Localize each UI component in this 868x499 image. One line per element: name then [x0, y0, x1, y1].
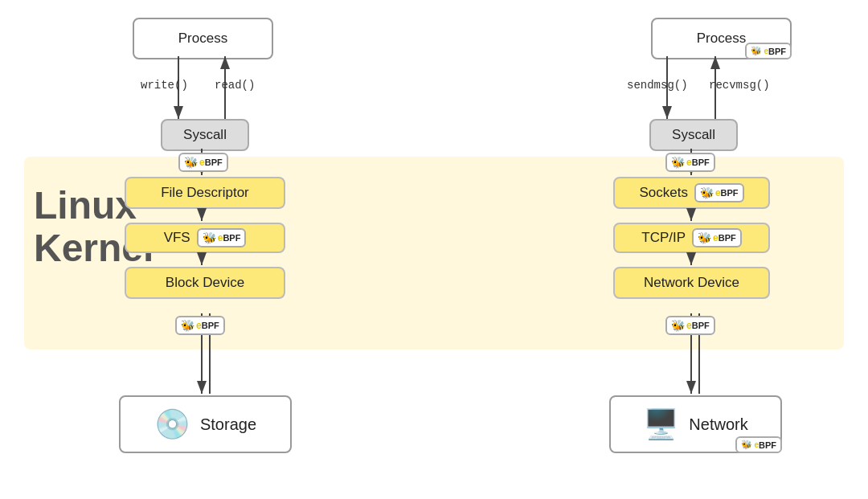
network-label: Network [689, 415, 747, 434]
network-box: 🖥️ Network 🐝 eBPF [609, 395, 782, 453]
block-device-label: Block Device [166, 275, 244, 291]
vfs-label: VFS [164, 230, 190, 246]
sendmsg-call-label: sendmsg() [627, 79, 688, 92]
right-process-box: Process 🐝 eBPF [651, 18, 792, 59]
sockets-box: Sockets 🐝 eBPF [613, 177, 770, 209]
network-icon: 🖥️ [643, 407, 679, 441]
left-syscall-ebpf: 🐝 eBPF [178, 153, 228, 172]
right-process-label: Process [697, 31, 746, 47]
left-process-box: Process [133, 18, 273, 59]
tcpip-box: TCP/IP 🐝 eBPF [613, 223, 770, 253]
network-device-box: Network Device [613, 267, 770, 299]
tcpip-label: TCP/IP [641, 230, 686, 246]
storage-icon: 💿 [154, 407, 190, 441]
right-syscall-box: Syscall [649, 119, 738, 151]
block-device-box: Block Device [125, 267, 285, 299]
left-syscall-box: Syscall [161, 119, 249, 151]
vfs-box: VFS 🐝 eBPF [125, 223, 285, 253]
read-call-label: read() [215, 79, 255, 92]
network-device-ebpf: 🐝 eBPF [665, 316, 715, 335]
left-syscall-label: Syscall [183, 127, 227, 143]
write-call-label: write() [141, 79, 188, 92]
block-device-ebpf: 🐝 eBPF [175, 316, 225, 335]
sockets-label: Sockets [639, 185, 687, 201]
diagram-container: LinuxKernel [0, 0, 868, 499]
network-device-label: Network Device [644, 275, 739, 291]
storage-label: Storage [200, 415, 256, 434]
left-process-label: Process [178, 31, 227, 47]
storage-box: 💿 Storage [119, 395, 292, 453]
file-descriptor-label: File Descriptor [161, 185, 249, 201]
file-descriptor-box: File Descriptor [125, 177, 285, 209]
recvmsg-call-label: recvmsg() [709, 79, 770, 92]
right-syscall-label: Syscall [672, 127, 715, 143]
right-syscall-ebpf: 🐝 eBPF [665, 153, 715, 172]
